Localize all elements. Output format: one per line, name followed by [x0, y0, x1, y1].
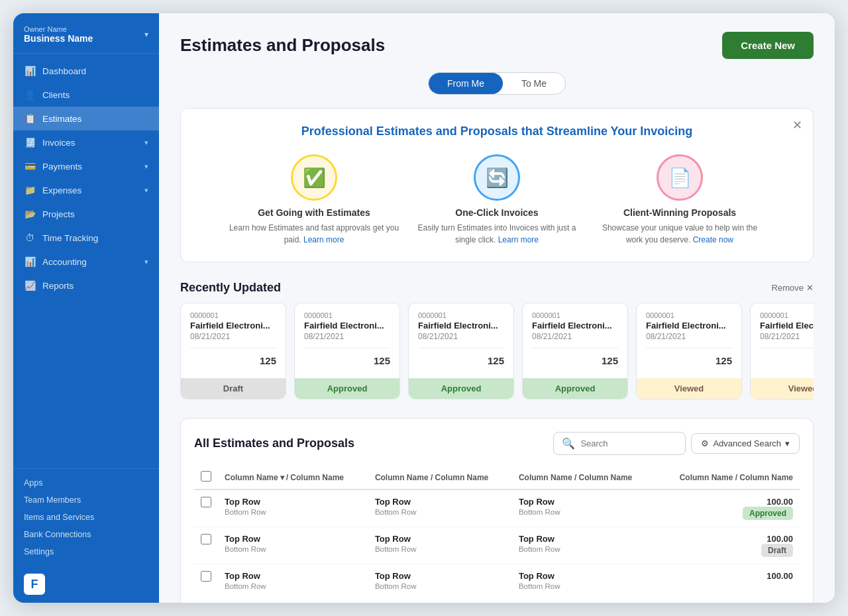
promo-banner: ✕ Professional Estimates and Proposals t…: [180, 108, 814, 262]
table-row: Top RowBottom Row Top RowBottom Row Top …: [194, 489, 800, 527]
sidebar-nav: 📊 Dashboard 👤 Clients 📋 Estimates 🧾 Invo…: [13, 54, 159, 468]
promo-close-button[interactable]: ✕: [792, 118, 802, 132]
table-head: Column Name ▾ / Column Name Column Name …: [194, 466, 800, 489]
freshbooks-logo: F: [24, 574, 45, 595]
card-amount: 125: [646, 354, 732, 372]
card-status: Viewed: [637, 378, 741, 399]
promo-col3-desc: Showcase your unique value to help win t…: [594, 222, 766, 246]
row-checkbox[interactable]: [201, 534, 211, 544]
owner-name: Owner Name: [24, 25, 93, 33]
table-row: Top RowBottom Row Top RowBottom Row Top …: [194, 527, 800, 564]
business-name: Business Name: [24, 33, 93, 44]
chevron-icon: ▾: [144, 162, 148, 171]
sidebar-item-estimates[interactable]: 📋 Estimates: [13, 107, 159, 130]
sidebar-item-invoices[interactable]: 🧾 Invoices ▾: [13, 130, 159, 154]
sidebar-label-expenses: Expenses: [42, 185, 81, 195]
search-box: 🔍: [553, 432, 686, 455]
promo-col3-title: Client-Winning Proposals: [623, 207, 736, 218]
all-estimates-title: All Estimates and Proposals: [194, 436, 354, 450]
sidebar: Owner Name Business Name ▾ 📊 Dashboard 👤…: [13, 13, 159, 603]
advanced-search-button[interactable]: ⚙ Advanced Search ▾: [691, 433, 800, 454]
col-head-2: Column Name / Column Name: [368, 466, 512, 489]
promo-col1-desc: Learn how Estimates and fast approvals g…: [228, 222, 400, 246]
sidebar-label-estimates: Estimates: [42, 114, 81, 124]
card-date: 08/21/2021: [760, 332, 814, 341]
row-check[interactable]: [194, 489, 218, 527]
row-check[interactable]: [194, 527, 218, 564]
card-amount: 125: [418, 354, 504, 372]
card-date: 08/21/2021: [190, 332, 276, 341]
sec-item-settings[interactable]: Settings: [24, 543, 148, 560]
estimate-card[interactable]: 0000001 Fairfield Electroni... 08/21/202…: [408, 303, 514, 399]
row-col2: Top RowBottom Row: [368, 489, 512, 527]
time-tracking-icon: ⏱: [24, 232, 36, 243]
card-amount: 125: [532, 354, 618, 372]
tabs-row: From Me To Me: [180, 72, 814, 95]
card-company: Fairfield Electroni...: [760, 321, 814, 331]
tab-to-me[interactable]: To Me: [503, 73, 565, 94]
row-amount: 100.00 Approved: [656, 489, 800, 527]
select-all-checkbox[interactable]: [201, 471, 211, 482]
search-input[interactable]: [580, 438, 673, 448]
filter-icon: ⚙: [701, 438, 709, 448]
all-estimates-header: All Estimates and Proposals 🔍 ⚙ Advanced…: [194, 432, 800, 455]
row-col1: Top RowBottom Row: [218, 489, 368, 527]
sidebar-logo: F: [13, 566, 159, 603]
payments-icon: 💳: [24, 161, 36, 172]
card-amount: 125: [304, 354, 390, 372]
estimate-card[interactable]: 0000001 Fairfield Electroni... 08/21/202…: [636, 303, 742, 399]
sidebar-item-expenses[interactable]: 📁 Expenses ▾: [13, 178, 159, 202]
promo-col1-link[interactable]: Learn more: [303, 235, 344, 244]
col-head-1[interactable]: Column Name ▾ / Column Name: [218, 466, 368, 489]
estimate-card[interactable]: 0000001 Fairfield Electroni... 08/21/202…: [750, 303, 814, 399]
sec-item-bank-connections[interactable]: Bank Connections: [24, 526, 148, 543]
sidebar-item-projects[interactable]: 📂 Projects: [13, 202, 159, 226]
row-checkbox[interactable]: [201, 497, 211, 507]
estimates-icon: 📋: [24, 113, 36, 124]
card-company: Fairfield Electroni...: [532, 321, 618, 331]
chevron-icon: ▾: [144, 186, 148, 195]
invoices-icon: 🧾: [24, 137, 36, 148]
sec-item-team-members[interactable]: Team Members: [24, 491, 148, 509]
row-check[interactable]: [194, 564, 218, 597]
row-col3: Top RowBottom Row: [512, 527, 656, 564]
card-number: 0000001: [304, 311, 390, 319]
card-number: 0000001: [190, 311, 276, 319]
invoices-icon: 🔄: [474, 154, 520, 201]
row-amount: 100.00 Draft: [656, 527, 800, 564]
chevron-icon: ▾: [144, 138, 148, 147]
main-content: Estimates and Proposals Create New From …: [159, 13, 835, 603]
search-row: 🔍 ⚙ Advanced Search ▾: [553, 432, 800, 455]
sidebar-item-accounting[interactable]: 📊 Accounting ▾: [13, 250, 159, 274]
cards-row: 0000001 Fairfield Electroni... 08/21/202…: [180, 303, 814, 399]
status-badge: Approved: [743, 507, 793, 520]
sidebar-label-reports: Reports: [42, 281, 74, 291]
remove-button[interactable]: Remove ✕: [772, 283, 814, 293]
promo-col2-link[interactable]: Learn more: [498, 235, 539, 244]
brand-section[interactable]: Owner Name Business Name ▾: [13, 13, 159, 54]
row-checkbox[interactable]: [201, 571, 211, 582]
promo-col3-link[interactable]: Create now: [693, 235, 733, 244]
card-amount: 125: [760, 354, 814, 372]
create-new-button[interactable]: Create New: [722, 32, 814, 59]
col-checkbox: [194, 466, 218, 489]
tab-from-me[interactable]: From Me: [429, 73, 503, 94]
estimate-card[interactable]: 0000001 Fairfield Electroni... 08/21/202…: [294, 303, 400, 399]
sidebar-item-time-tracking[interactable]: ⏱ Time Tracking: [13, 226, 159, 250]
sec-item-apps[interactable]: Apps: [24, 474, 148, 491]
estimate-card[interactable]: 0000001 Fairfield Electroni... 08/21/202…: [522, 303, 628, 399]
sidebar-item-payments[interactable]: 💳 Payments ▾: [13, 154, 159, 178]
card-status: Approved: [523, 378, 627, 399]
all-estimates-section: All Estimates and Proposals 🔍 ⚙ Advanced…: [180, 418, 814, 603]
sidebar-item-clients[interactable]: 👤 Clients: [13, 83, 159, 107]
estimate-card[interactable]: 0000001 Fairfield Electroni... 08/21/202…: [180, 303, 286, 399]
status-badge: Draft: [761, 544, 793, 557]
row-col1: Top RowBottom Row: [218, 527, 368, 564]
sidebar-item-reports[interactable]: 📈 Reports: [13, 274, 159, 297]
promo-col2-title: One-Click Invoices: [455, 207, 538, 218]
sidebar-item-dashboard[interactable]: 📊 Dashboard: [13, 59, 159, 83]
sec-item-items-and-services[interactable]: Items and Services: [24, 509, 148, 526]
card-company: Fairfield Electroni...: [190, 321, 276, 331]
recently-updated-title: Recently Updated: [180, 281, 281, 295]
card-company: Fairfield Electroni...: [646, 321, 732, 331]
